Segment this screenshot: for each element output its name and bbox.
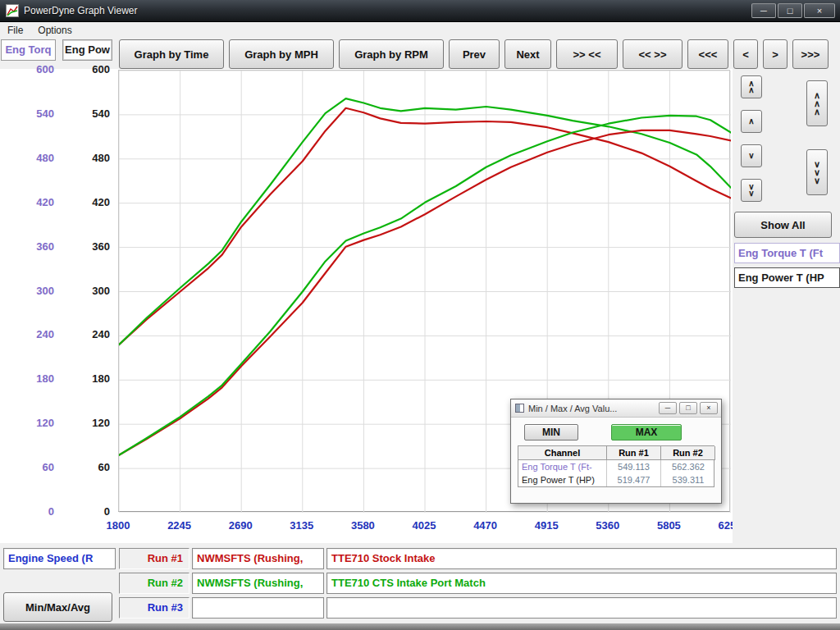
x-tick-label: 4915	[518, 519, 575, 532]
minmax-window-icon	[515, 404, 524, 413]
zoom-in-button[interactable]: >> <<	[556, 39, 618, 69]
x-tick-label: 3135	[273, 519, 331, 532]
x-tick-label: 2690	[212, 519, 269, 532]
legend-item-torque[interactable]: Eng Torque T (Ft	[734, 243, 840, 263]
y-axis-torque: 060120180240300360420480540600	[0, 70, 54, 512]
chevron-up-icon: ∧	[748, 118, 754, 125]
y-scroll-down-button[interactable]: ∨	[741, 144, 762, 167]
run3-label[interactable]: Run #3	[119, 597, 189, 619]
y-tick-label-power: 0	[59, 505, 110, 518]
minmax-close-button[interactable]: ×	[700, 402, 718, 414]
graph-by-mph-button[interactable]: Graph by MPH	[229, 39, 334, 69]
minmax-minimize-button[interactable]: ─	[659, 402, 677, 414]
max-value-run2: 562.362	[661, 460, 715, 473]
minmax-window-title: Min / Max / Avg Valu...	[528, 404, 659, 413]
next-button[interactable]: Next	[504, 39, 551, 69]
y-tick-label-power: 480	[59, 152, 110, 164]
axis-tab-eng-torque[interactable]: Eng Torq	[1, 39, 56, 61]
y-tick-label-torque: 0	[0, 505, 54, 518]
axis-tab-eng-power[interactable]: Eng Pow	[62, 39, 112, 61]
run3-operator-field[interactable]	[192, 597, 324, 619]
y-tick-label-power: 120	[59, 417, 110, 429]
max-toggle-button[interactable]: MAX	[611, 424, 682, 441]
y-tick-label-torque: 540	[0, 107, 54, 120]
title-bar: PowerDyne Graph Viewer ─ □ ×	[0, 0, 840, 22]
window-title: PowerDyne Graph Viewer	[24, 5, 138, 16]
window-controls: ─ □ ×	[751, 3, 835, 18]
y-tick-label-power: 240	[59, 328, 110, 340]
y-tick-label-power: 60	[59, 461, 110, 473]
table-row: Eng Torque T (Ft- 549.113 562.362	[518, 460, 714, 473]
toolbar: Graph by Time Graph by MPH Graph by RPM …	[119, 39, 829, 69]
min-toggle-button[interactable]: MIN	[524, 424, 578, 441]
minmax-window-controls: ─ □ ×	[659, 402, 718, 414]
run1-description-field[interactable]: TTE710 Stock Intake	[326, 548, 837, 569]
minmax-restore-button[interactable]: □	[679, 402, 697, 414]
max-value-run2: 539.311	[661, 473, 715, 486]
powerdyne-window: PowerDyne Graph Viewer ─ □ × File Option…	[0, 0, 840, 630]
y-tick-label-power: 420	[59, 196, 110, 208]
y-zoom-up-button[interactable]: ∧ ∧	[741, 75, 762, 98]
run2-description-field[interactable]: TTE710 CTS Intake Port Match	[326, 573, 837, 594]
y-tick-label-torque: 600	[0, 63, 54, 75]
x-tick-label: 2245	[151, 519, 208, 532]
x-tick-label: 1800	[89, 519, 147, 532]
right-panel: ∧ ∧ ∧ ∨ ∨ ∨ ∧ ∧ ∧ ∨ ∨ ∨ Show All Eng Tor…	[733, 69, 840, 543]
y-tick-label-torque: 300	[0, 285, 54, 297]
minmax-table: Channel Run #1 Run #2 Eng Torque T (Ft- …	[518, 445, 714, 487]
run2-operator-field[interactable]: NWMSFTS (Rushing,	[192, 573, 324, 594]
y-scroll-up-button[interactable]: ∧	[741, 110, 762, 133]
run1-label[interactable]: Run #1	[119, 548, 189, 569]
header-run1: Run #1	[607, 446, 661, 460]
window-bottom-edge	[0, 623, 840, 630]
y-tick-label-torque: 240	[0, 328, 54, 340]
minimize-button[interactable]: ─	[751, 3, 776, 18]
y-tick-label-torque: 360	[0, 240, 54, 253]
y-tick-label-torque: 60	[0, 461, 54, 473]
menu-file[interactable]: File	[0, 23, 30, 38]
x-tick-label: 3580	[334, 519, 391, 532]
minmax-title-bar[interactable]: Min / Max / Avg Valu... ─ □ ×	[511, 399, 721, 418]
max-value-run1: 549.113	[607, 460, 661, 473]
x-axis-rpm: 1800224526903135358040254470491553605805…	[0, 519, 733, 536]
scroll-right-button[interactable]: >	[763, 39, 788, 69]
chevron-down-icon: ∨	[748, 153, 754, 159]
graph-by-time-button[interactable]: Graph by Time	[119, 39, 224, 69]
y-tick-label-torque: 180	[0, 372, 54, 385]
channel-name: Eng Power T (HP)	[518, 473, 607, 486]
y-tick-label-power: 180	[59, 372, 110, 385]
table-row: Eng Power T (HP) 519.477 539.311	[518, 473, 714, 486]
y-tick-label-power: 540	[59, 107, 110, 120]
scroll-left-button[interactable]: <	[733, 39, 758, 69]
scroll-far-right-button[interactable]: >>>	[792, 39, 829, 69]
legend-item-power[interactable]: Eng Power T (HP	[734, 267, 840, 288]
prev-button[interactable]: Prev	[449, 39, 500, 69]
y-tick-label-power: 300	[59, 285, 110, 297]
x-channel-field[interactable]: Engine Speed (R	[3, 548, 116, 569]
y-axis-power: 060120180240300360420480540600	[59, 70, 110, 512]
zoom-out-button[interactable]: << >>	[623, 39, 682, 69]
minmax-window: Min / Max / Avg Valu... ─ □ × MIN MAX Ch…	[510, 399, 722, 504]
y-tick-label-torque: 120	[0, 417, 54, 429]
minmaxavg-button[interactable]: Min/Max/Avg	[3, 592, 112, 622]
y-expand-down-button[interactable]: ∨ ∨ ∨	[806, 149, 828, 195]
run3-description-field[interactable]	[326, 597, 837, 619]
show-all-button[interactable]: Show All	[734, 212, 832, 238]
maximize-button[interactable]: □	[778, 3, 802, 18]
menu-options[interactable]: Options	[30, 23, 79, 38]
y-zoom-down-button[interactable]: ∨ ∨	[741, 179, 762, 202]
y-tick-label-power: 600	[59, 63, 110, 75]
graph-by-rpm-button[interactable]: Graph by RPM	[339, 39, 444, 69]
chevron-down-icon: ∨	[748, 190, 754, 197]
y-expand-up-button[interactable]: ∧ ∧ ∧	[806, 80, 828, 126]
run2-label[interactable]: Run #2	[119, 573, 189, 594]
x-tick-label: 4025	[395, 519, 453, 532]
run1-operator-field[interactable]: NWMSFTS (Rushing,	[192, 548, 324, 569]
menu-bar: File Options	[0, 22, 840, 39]
scroll-far-left-button[interactable]: <<<	[687, 39, 728, 69]
header-run2: Run #2	[661, 446, 715, 460]
y-tick-label-power: 360	[59, 240, 110, 253]
close-button[interactable]: ×	[804, 3, 835, 18]
chevron-up-icon: ∧	[814, 107, 820, 116]
x-tick-label: 4470	[457, 519, 514, 532]
